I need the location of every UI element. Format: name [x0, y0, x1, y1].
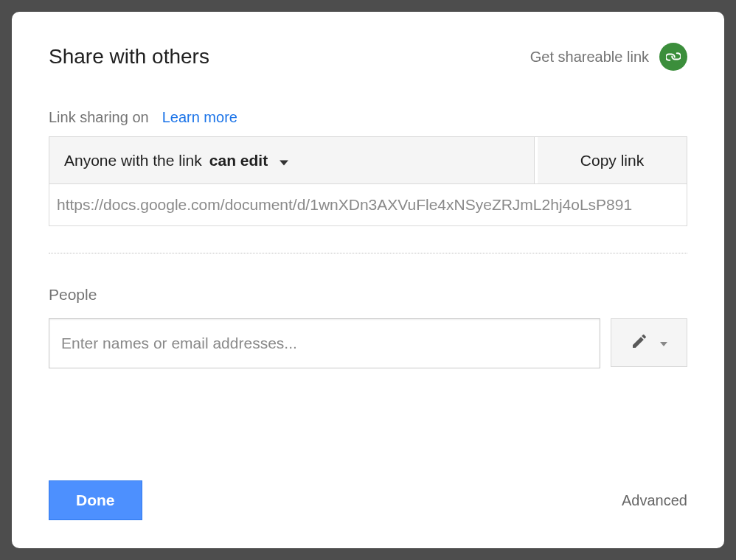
section-divider: [49, 253, 687, 253]
share-url-display[interactable]: https://docs.google.com/document/d/1wnXD…: [49, 183, 687, 225]
done-button[interactable]: Done: [49, 480, 142, 520]
share-dialog: Share with others Get shareable link Lin…: [12, 12, 724, 548]
dialog-title: Share with others: [49, 45, 209, 69]
link-controls-top: Anyone with the link can edit Copy link: [49, 137, 687, 183]
permission-prefix: Anyone with the link: [64, 152, 202, 169]
dialog-footer: Done Advanced: [49, 480, 687, 520]
link-sharing-status: Link sharing on: [49, 109, 149, 126]
link-icon: [659, 43, 687, 71]
learn-more-link[interactable]: Learn more: [162, 109, 237, 126]
get-shareable-link-label: Get shareable link: [530, 49, 649, 66]
people-section-label: People: [49, 286, 687, 304]
get-shareable-link-button[interactable]: Get shareable link: [530, 43, 687, 71]
link-controls: Anyone with the link can edit Copy link …: [49, 136, 687, 226]
people-input-row: [49, 318, 687, 368]
people-input[interactable]: [49, 318, 600, 368]
copy-link-label: Copy link: [580, 152, 644, 169]
caret-down-icon: [280, 152, 288, 169]
permission-selector-button[interactable]: [611, 318, 687, 367]
permission-level: can edit: [209, 152, 268, 169]
advanced-link[interactable]: Advanced: [622, 492, 687, 509]
copy-link-button[interactable]: Copy link: [535, 137, 687, 183]
permission-dropdown[interactable]: Anyone with the link can edit: [49, 137, 535, 183]
caret-down-icon: [660, 336, 667, 349]
pencil-icon: [631, 332, 648, 353]
link-sharing-status-row: Link sharing on Learn more: [49, 109, 687, 126]
dialog-header: Share with others Get shareable link: [49, 43, 687, 71]
